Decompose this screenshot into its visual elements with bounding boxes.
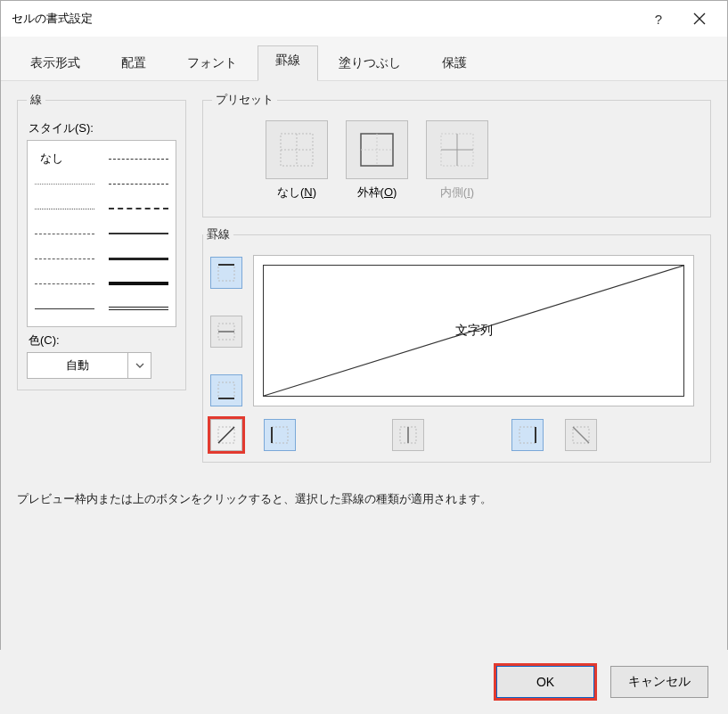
titlebar: セルの書式設定 ?	[1, 1, 727, 37]
cancel-button[interactable]: キャンセル	[610, 666, 708, 698]
group-line: 線 スタイル(S): なし	[17, 92, 186, 390]
preset-outline-label: 外枠(O)	[346, 185, 408, 201]
svg-line-17	[218, 427, 234, 443]
svg-rect-18	[272, 427, 288, 443]
line-style-dashed-1b[interactable]	[109, 152, 168, 165]
preset-outline[interactable]	[346, 120, 408, 179]
preset-none[interactable]	[266, 120, 328, 179]
line-style-dashed-1[interactable]	[35, 227, 94, 240]
group-preset: プリセット なし(N) 外枠(O)	[202, 92, 711, 217]
ok-button[interactable]: OK	[496, 666, 594, 698]
svg-rect-13	[218, 382, 234, 398]
line-style-thick[interactable]	[109, 252, 168, 265]
tab-number-format[interactable]: 表示形式	[10, 45, 101, 81]
preset-inside	[426, 120, 488, 179]
border-bottom-button[interactable]	[210, 374, 242, 406]
line-style-thin[interactable]	[35, 302, 94, 315]
svg-line-25	[573, 427, 589, 443]
line-style-dashed-2[interactable]	[109, 202, 168, 215]
help-button[interactable]: ?	[638, 4, 679, 33]
svg-rect-22	[519, 427, 536, 443]
line-style-list[interactable]: なし	[27, 140, 176, 327]
tab-border[interactable]: 罫線	[258, 45, 318, 81]
line-style-mdashdot[interactable]	[109, 177, 168, 190]
group-border: 罫線	[202, 226, 711, 463]
svg-rect-9	[218, 265, 234, 281]
group-border-legend: 罫線	[203, 226, 233, 242]
help-text: プレビュー枠内または上のボタンをクリックすると、選択した罫線の種類が適用されます…	[17, 491, 711, 507]
border-diagonal-up-button[interactable]	[210, 419, 242, 451]
line-style-none[interactable]: なし	[35, 152, 94, 165]
border-preview[interactable]: 文字列	[253, 255, 694, 406]
tab-fill[interactable]: 塗りつぶし	[318, 45, 421, 81]
svg-line-15	[264, 266, 683, 396]
dialog-title: セルの書式設定	[12, 11, 638, 27]
tab-bar: 表示形式 配置 フォント 罫線 塗りつぶし 保護	[1, 37, 727, 81]
border-left-button[interactable]	[264, 419, 296, 451]
line-style-dashdotdot[interactable]	[35, 277, 94, 290]
line-style-extra-thick[interactable]	[109, 277, 168, 290]
color-label: 色(C):	[29, 332, 176, 349]
group-line-legend: 線	[27, 92, 45, 108]
tab-protection[interactable]: 保護	[421, 45, 487, 81]
border-middle-v-button[interactable]	[392, 419, 424, 451]
chevron-down-icon[interactable]	[127, 353, 151, 378]
preset-inside-label: 内側(I)	[426, 185, 488, 201]
line-style-dashdot[interactable]	[35, 252, 94, 265]
tab-alignment[interactable]: 配置	[101, 45, 167, 81]
panel-border: 線 スタイル(S): なし	[1, 81, 727, 669]
border-right-button[interactable]	[511, 419, 544, 451]
preset-none-label: なし(N)	[266, 185, 328, 201]
color-select[interactable]: 自動	[27, 352, 151, 379]
border-middle-h-button[interactable]	[210, 316, 242, 348]
line-style-double[interactable]	[109, 302, 168, 315]
border-top-button[interactable]	[210, 257, 242, 289]
line-style-dotted-1[interactable]	[35, 177, 94, 190]
close-button[interactable]	[679, 4, 720, 33]
style-label: スタイル(S):	[29, 120, 176, 136]
line-style-medium[interactable]	[109, 227, 168, 240]
dialog-footer: OK キャンセル	[0, 650, 728, 714]
tab-font[interactable]: フォント	[167, 45, 258, 81]
group-preset-legend: プリセット	[212, 92, 277, 108]
border-diagonal-down-button[interactable]	[565, 419, 597, 451]
line-style-dotted-2[interactable]	[35, 202, 94, 215]
color-value: 自動	[28, 357, 127, 373]
